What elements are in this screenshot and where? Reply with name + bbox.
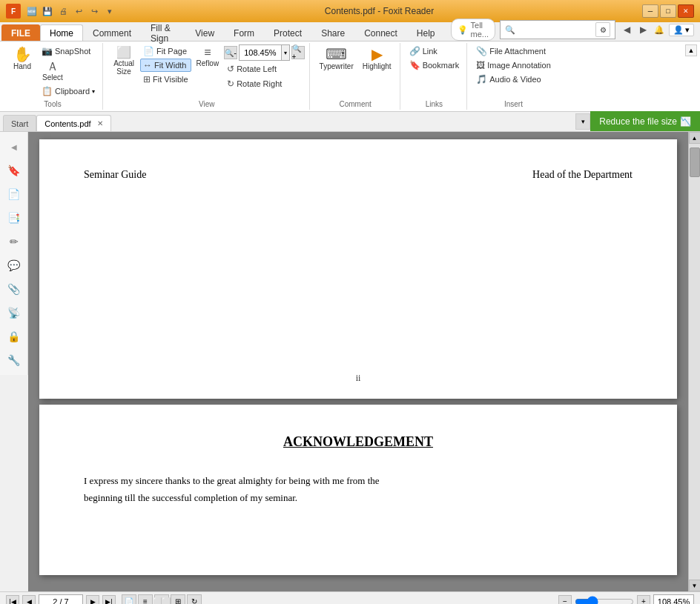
back-btn[interactable]: ◀	[620, 23, 633, 36]
scroll-track[interactable]	[689, 144, 701, 580]
bell-icon[interactable]: 🔔	[653, 23, 666, 36]
sidebar-bookmarks-btn[interactable]: 🔖	[4, 160, 24, 181]
page-number-input[interactable]	[39, 594, 83, 605]
facing-btn[interactable]: ⬜⬜	[154, 594, 169, 605]
tab-form[interactable]: Form	[224, 24, 264, 41]
print-btn[interactable]: 🖨	[56, 4, 70, 18]
tab-share[interactable]: Share	[311, 24, 354, 41]
hand-btn[interactable]: ✋ Hand	[7, 44, 37, 73]
sidebar-wrapper: ◀ 🔖 📄 📑 ✏ 💬 📎 📡 🔒 🔧	[0, 132, 28, 591]
typewriter-btn[interactable]: ⌨ Typewriter	[316, 44, 357, 73]
forward-btn[interactable]: ▶	[636, 23, 650, 36]
tab-contents-pdf[interactable]: Contents.pdf ✕	[36, 115, 110, 131]
tab-comment[interactable]: Comment	[83, 24, 141, 41]
status-zoom-out-btn[interactable]: −	[558, 595, 572, 605]
highlight-btn[interactable]: ▶ Highlight	[359, 44, 395, 73]
image-annotation-btn[interactable]: 🖼 Image Annotation	[473, 59, 554, 72]
zoom-dropdown-arrow[interactable]: ▾	[281, 45, 289, 60]
single-page-btn[interactable]: 📄	[122, 594, 136, 605]
sidebar-layers-btn[interactable]: 📑	[4, 208, 24, 228]
tab-help[interactable]: Help	[407, 24, 445, 41]
tab-protect[interactable]: Protect	[264, 24, 311, 41]
comment-group-label: Comment	[311, 100, 400, 108]
user-btn[interactable]: 👤 ▾	[669, 24, 694, 36]
actual-size-btn[interactable]: ⬜ ActualSize	[109, 44, 139, 78]
reduce-file-size-btn[interactable]: Reduce the file size 📉	[590, 111, 700, 131]
pdf-viewer[interactable]: Seminar Guide Head of the Department ii …	[28, 132, 688, 591]
save-btn[interactable]: 💾	[41, 4, 54, 18]
tab-view[interactable]: View	[185, 24, 224, 41]
tab-connect[interactable]: Connect	[354, 24, 407, 41]
fit-page-btn[interactable]: 📄 Fit Page	[140, 44, 191, 58]
continuous-btn[interactable]: ≡	[138, 594, 153, 605]
next-page-btn[interactable]: ▶	[86, 595, 99, 605]
close-btn[interactable]: ✕	[678, 4, 694, 18]
zoom-dropdown[interactable]: 108.45% ▾	[239, 44, 289, 61]
sidebar-pages-btn[interactable]: 📄	[4, 184, 24, 205]
zoom-slider[interactable]	[575, 596, 634, 605]
scroll-up-btn[interactable]: ▲	[689, 132, 701, 144]
select-btn[interactable]: Ａ Select	[39, 59, 67, 84]
scroll-down-btn[interactable]: ▼	[689, 580, 701, 591]
image-annotation-label: Image Annotation	[487, 61, 551, 70]
sidebar-attachments-btn[interactable]: 📎	[4, 279, 24, 299]
scroll-thumb[interactable]	[690, 147, 700, 177]
rotate-right-btn[interactable]: ↻ Rotate Right	[224, 77, 304, 90]
sidebar-comments-btn[interactable]: 💬	[4, 255, 24, 276]
zoom-value-display[interactable]	[653, 594, 694, 605]
fit-width-btn[interactable]: ↔ Fit Width	[140, 59, 191, 72]
clipboard-btn[interactable]: 📋 Clipboard ▾	[39, 84, 98, 98]
search-box[interactable]: 🔍 ⚙	[500, 20, 615, 39]
search-settings-btn[interactable]: ⚙	[595, 22, 610, 37]
audio-video-icon: 🎵	[476, 74, 487, 84]
status-zoom-in-btn[interactable]: +	[637, 595, 650, 605]
minimize-btn[interactable]: ─	[642, 4, 658, 18]
window-controls: ─ □ ✕	[642, 4, 694, 18]
last-page-btn[interactable]: ▶|	[102, 595, 116, 605]
sidebar-expand-btn[interactable]: ◀	[4, 136, 24, 157]
fit-visible-btn[interactable]: ⊞ Fit Visible	[140, 73, 191, 86]
reflow-btn[interactable]: ≡ Reflow	[193, 44, 223, 70]
tell-me-box[interactable]: 💡 Tell me...	[451, 19, 495, 41]
file-attachment-icon: 📎	[476, 46, 487, 56]
collapse-ribbon-btn[interactable]: ▲	[685, 44, 697, 56]
link-btn[interactable]: 🔗 Link	[406, 44, 463, 58]
clipboard-arrow[interactable]: ▾	[92, 88, 95, 95]
insert-column: 📎 File Attachment 🖼 Image Annotation 🎵 A…	[473, 44, 554, 86]
tools-group-label: Tools	[3, 100, 102, 108]
first-page-btn[interactable]: |◀	[6, 595, 19, 605]
typewriter-icon: ⌨	[326, 47, 347, 62]
zoom-out-btn[interactable]: 🔍-	[224, 46, 237, 59]
view-mode-btns: 📄 ≡ ⬜⬜ ⊞ ↻	[122, 594, 202, 605]
search-input[interactable]	[518, 25, 592, 34]
sidebar-annotations-btn[interactable]: ✏	[4, 231, 24, 252]
tools-column: 📷 SnapShot Ａ Select 📋 Clipboard ▾	[39, 44, 98, 98]
zoom-in-btn[interactable]: 🔍+	[291, 46, 305, 59]
tab-start[interactable]: Start	[3, 115, 36, 131]
tab-file[interactable]: FILE	[1, 24, 40, 41]
split-view-btn[interactable]: ⊞	[171, 594, 185, 605]
tab-fill-sign[interactable]: Fill & Sign	[141, 24, 185, 41]
rotate-btn[interactable]: ↻	[187, 594, 202, 605]
bookmark-btn[interactable]: 🔖 Bookmark	[406, 59, 463, 72]
main-layout: ◀ 🔖 📄 📑 ✏ 💬 📎 📡 🔒 🔧 Seminar Guide Head o…	[0, 132, 700, 591]
undo-btn[interactable]: ↩	[72, 4, 85, 18]
customize-btn[interactable]: ▾	[103, 4, 116, 18]
snapshot-btn[interactable]: 📷 SnapShot	[39, 44, 98, 58]
sidebar-destinations-btn[interactable]: 📡	[4, 302, 24, 323]
tab-home[interactable]: Home	[40, 24, 83, 41]
tab-dropdown-btn[interactable]: ▾	[575, 113, 590, 130]
highlight-icon: ▶	[372, 47, 383, 62]
new-btn[interactable]: 🆕	[25, 4, 39, 18]
vertical-scrollbar[interactable]: ▲ ▼	[688, 132, 700, 591]
rotate-left-btn[interactable]: ↺ Rotate Left	[224, 62, 304, 76]
maximize-btn[interactable]: □	[660, 4, 676, 18]
tab-close-btn[interactable]: ✕	[97, 119, 103, 127]
file-attachment-btn[interactable]: 📎 File Attachment	[473, 44, 554, 58]
fit-page-label: Fit Page	[156, 47, 187, 56]
sidebar-security-btn[interactable]: 🔒	[4, 326, 24, 347]
prev-page-btn[interactable]: ◀	[22, 595, 36, 605]
sidebar-tools-btn[interactable]: 🔧	[4, 350, 24, 371]
audio-video-btn[interactable]: 🎵 Audio & Video	[473, 73, 554, 86]
redo-btn[interactable]: ↪	[88, 4, 101, 18]
